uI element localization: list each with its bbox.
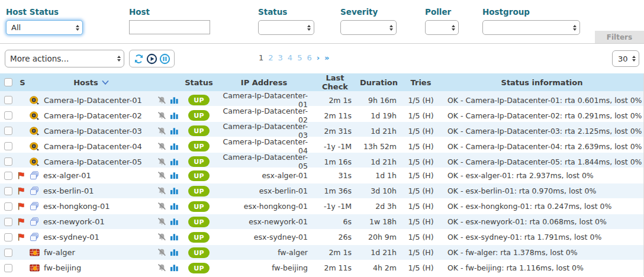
host-name[interactable]: Camera-Ip-Datacenter-04 xyxy=(44,142,142,151)
notifications-muted-icon[interactable] xyxy=(157,127,166,136)
row-select-checkbox[interactable] xyxy=(4,142,12,150)
row-select-checkbox[interactable] xyxy=(4,96,12,104)
header-tries[interactable]: Tries xyxy=(401,78,440,87)
host-cell[interactable]: esx-alger-01 xyxy=(30,171,153,180)
host-name[interactable]: fw-beijing xyxy=(44,263,81,272)
pagination-next[interactable]: › xyxy=(317,53,320,62)
graph-icon[interactable] xyxy=(170,202,179,211)
host-status-select[interactable]: All xyxy=(6,20,83,35)
notifications-muted-icon[interactable] xyxy=(157,186,166,195)
row-select-checkbox[interactable] xyxy=(4,218,12,226)
host-name[interactable]: esx-berlin-01 xyxy=(43,186,94,195)
poller-select[interactable] xyxy=(425,20,459,35)
host-cell[interactable]: Camera-Ip-Datacenter-04 xyxy=(30,142,153,151)
host-cell[interactable]: fw-beijing xyxy=(30,263,153,272)
graph-icon[interactable] xyxy=(170,96,179,105)
play-icon[interactable] xyxy=(146,53,157,65)
header-duration[interactable]: Duration xyxy=(356,78,401,87)
notifications-muted-icon[interactable] xyxy=(157,111,166,120)
pagination-page[interactable]: 2 xyxy=(268,53,273,62)
row-select-checkbox[interactable] xyxy=(4,249,12,257)
host-cell[interactable]: Camera-Ip-Datacenter-05 xyxy=(30,157,153,166)
host-cell[interactable]: Camera-Ip-Datacenter-03 xyxy=(30,127,153,136)
pause-icon[interactable] xyxy=(159,53,170,65)
page-size-select[interactable]: 30 xyxy=(612,50,639,67)
notifications-muted-icon[interactable] xyxy=(157,217,166,226)
row-select-checkbox[interactable] xyxy=(4,111,12,120)
last-check-cell: 2m 11s xyxy=(314,111,356,120)
row-select-checkbox[interactable] xyxy=(4,172,12,180)
header-severity[interactable]: S xyxy=(15,78,30,87)
host-name[interactable]: esx-newyork-01 xyxy=(43,217,105,226)
graph-icon[interactable] xyxy=(170,233,179,241)
notifications-muted-icon[interactable] xyxy=(157,233,166,241)
status-cell: UP xyxy=(183,125,214,136)
host-name[interactable]: Camera-Ip-Datacenter-01 xyxy=(44,96,142,105)
pagination-last[interactable]: » xyxy=(324,53,329,62)
pagination-page[interactable]: 4 xyxy=(288,53,292,62)
header-last-check[interactable]: Last Check xyxy=(314,73,356,91)
filters-tab[interactable]: Filters xyxy=(595,31,644,43)
row-select-checkbox[interactable] xyxy=(4,187,12,195)
status-information-cell: OK - Camera-Ip-Datacenter-05: rta 1.844m… xyxy=(440,157,643,166)
ip-address-cell: Camera-Ip-Datacenter-05 xyxy=(214,153,314,170)
host-cell[interactable]: esx-hongkong-01 xyxy=(30,202,153,211)
host-cell[interactable]: esx-newyork-01 xyxy=(30,217,153,226)
status-select[interactable] xyxy=(258,20,314,35)
host-cell[interactable]: fw-alger xyxy=(30,248,153,257)
pagination-page[interactable]: 5 xyxy=(297,53,302,62)
select-all-checkbox[interactable] xyxy=(4,78,12,86)
notifications-muted-icon[interactable] xyxy=(157,202,166,211)
row-select-checkbox[interactable] xyxy=(4,127,12,135)
notifications-muted-icon[interactable] xyxy=(157,248,166,257)
host-cell[interactable]: esx-sydney-01 xyxy=(30,233,153,241)
more-actions-select[interactable]: More actions... xyxy=(5,50,124,67)
host-cell[interactable]: esx-berlin-01 xyxy=(30,186,153,195)
notifications-muted-icon[interactable] xyxy=(157,157,166,166)
host-status-label: Host Status xyxy=(6,7,83,17)
status-badge: UP xyxy=(188,125,209,136)
pagination-page[interactable]: 6 xyxy=(307,53,311,62)
row-select-checkbox[interactable] xyxy=(4,233,12,241)
notifications-muted-icon[interactable] xyxy=(157,263,166,272)
host-cell[interactable]: Camera-Ip-Datacenter-02 xyxy=(30,111,153,120)
host-name[interactable]: esx-sydney-01 xyxy=(43,233,99,241)
host-name[interactable]: esx-alger-01 xyxy=(43,171,91,180)
hostgroup-select[interactable] xyxy=(482,20,580,35)
host-name[interactable]: Camera-Ip-Datacenter-03 xyxy=(44,127,142,136)
refresh-icon[interactable] xyxy=(133,53,144,65)
status-label: Status xyxy=(258,7,314,17)
host-cell[interactable]: Camera-Ip-Datacenter-01 xyxy=(30,96,153,105)
row-select-checkbox[interactable] xyxy=(4,264,12,272)
table-row: Camera-Ip-Datacenter-04UPCamera-Ip-Datac… xyxy=(0,137,643,153)
graph-icon[interactable] xyxy=(170,186,179,195)
tries-cell: 1/5 (H) xyxy=(401,217,440,226)
filter-severity: Severity xyxy=(340,7,397,35)
host-name[interactable]: Camera-Ip-Datacenter-05 xyxy=(44,157,142,166)
graph-icon[interactable] xyxy=(170,157,179,166)
host-name[interactable]: fw-alger xyxy=(44,248,75,257)
header-status-information[interactable]: Status information xyxy=(440,78,643,87)
header-ip[interactable]: IP Address xyxy=(214,78,314,87)
row-select-checkbox[interactable] xyxy=(4,202,12,211)
severity-select[interactable] xyxy=(340,20,397,35)
graph-icon[interactable] xyxy=(170,111,179,120)
graph-icon[interactable] xyxy=(170,142,179,151)
host-name[interactable]: Camera-Ip-Datacenter-02 xyxy=(44,111,142,120)
graph-icon[interactable] xyxy=(170,217,179,226)
header-status[interactable]: Status xyxy=(183,78,214,87)
graph-icon[interactable] xyxy=(170,263,179,272)
notifications-muted-icon[interactable] xyxy=(157,142,166,151)
graph-icon[interactable] xyxy=(170,171,179,180)
graph-icon[interactable] xyxy=(170,248,179,257)
row-select-checkbox[interactable] xyxy=(4,157,12,166)
last-check-cell: 2m 31s xyxy=(314,127,356,136)
header-hosts[interactable]: Hosts xyxy=(30,78,153,87)
host-input[interactable] xyxy=(129,20,210,34)
notifications-muted-icon[interactable] xyxy=(157,171,166,180)
notifications-muted-icon[interactable] xyxy=(157,96,166,105)
host-name[interactable]: esx-hongkong-01 xyxy=(43,202,110,211)
poller-label: Poller xyxy=(425,7,459,17)
pagination-page[interactable]: 3 xyxy=(278,53,283,62)
graph-icon[interactable] xyxy=(170,127,179,136)
